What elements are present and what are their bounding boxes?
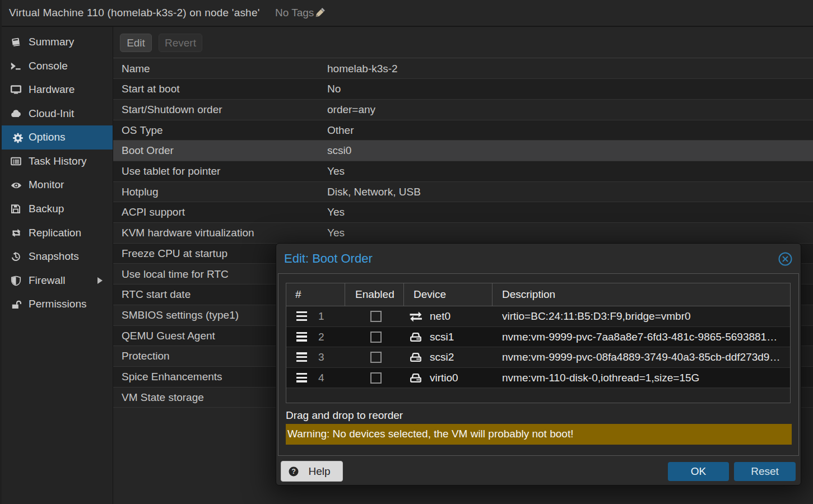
svg-text:?: ? [291,468,296,475]
